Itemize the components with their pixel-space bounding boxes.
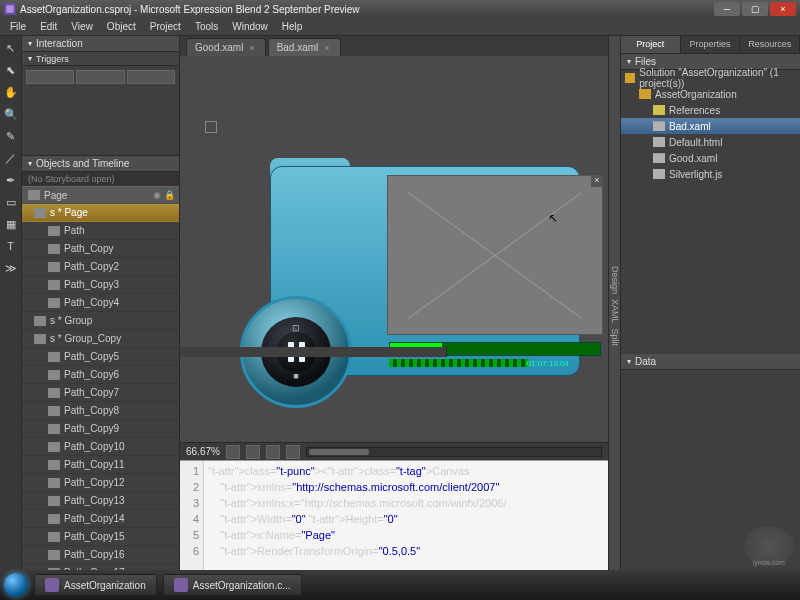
menu-file[interactable]: File (4, 19, 32, 34)
project-row[interactable]: Default.html (621, 134, 800, 150)
node-icon (34, 208, 46, 218)
pen-tool-icon[interactable]: ✒ (3, 172, 19, 188)
node-icon (48, 532, 60, 542)
stop-button[interactable]: ■ (293, 371, 298, 381)
tree-row[interactable]: Path_Copy (22, 240, 179, 258)
snap-toggle-icon[interactable] (246, 445, 260, 459)
tree-row[interactable]: Path_Copy8 (22, 402, 179, 420)
html-icon (653, 137, 665, 147)
node-icon (48, 406, 60, 416)
horizontal-scrollbar[interactable] (306, 447, 602, 457)
code-content[interactable]: "t-attr">class="t-punc"><"t-attr">class=… (204, 461, 510, 570)
taskbar: AssetOrganization AssetOrganization.c... (0, 570, 800, 600)
layout-tool-icon[interactable]: ▦ (3, 216, 19, 232)
text-tool-icon[interactable]: T (3, 238, 19, 254)
trigger-segment-3[interactable] (127, 70, 175, 84)
menu-help[interactable]: Help (276, 19, 309, 34)
node-icon (48, 460, 60, 470)
menu-edit[interactable]: Edit (34, 19, 63, 34)
menu-window[interactable]: Window (226, 19, 274, 34)
xaml-icon (653, 153, 665, 163)
tree-row[interactable]: Path_Copy11 (22, 456, 179, 474)
taskbar-item[interactable]: AssetOrganization.c... (163, 574, 302, 596)
data-header[interactable]: Data (621, 354, 800, 370)
start-button[interactable] (4, 573, 28, 597)
tree-row[interactable]: s * Page (22, 204, 179, 222)
taskbar-item[interactable]: AssetOrganization (34, 574, 157, 596)
minimize-button[interactable]: ─ (714, 2, 740, 16)
project-row[interactable]: Bad.xaml (621, 118, 800, 134)
tree-row[interactable]: s * Group_Copy (22, 330, 179, 348)
view-mode-strip[interactable]: Design XAML Split (608, 36, 620, 570)
tree-row[interactable]: Path_Copy12 (22, 474, 179, 492)
tree-row[interactable]: s * Group (22, 312, 179, 330)
xaml-mode-tab[interactable]: XAML (610, 299, 620, 324)
effects-toggle-icon[interactable] (286, 445, 300, 459)
snap-lines-icon[interactable] (266, 445, 280, 459)
project-row[interactable]: References (621, 102, 800, 118)
tree-row[interactable]: Path_Copy10 (22, 438, 179, 456)
project-row[interactable]: Silverlight.js (621, 166, 800, 182)
grid-toggle-icon[interactable] (226, 445, 240, 459)
tree-row[interactable]: Path_Copy4 (22, 294, 179, 312)
tree-row[interactable]: Path_Copy7 (22, 384, 179, 402)
tree-row[interactable]: Path_Copy5 (22, 348, 179, 366)
tree-row[interactable]: Path_Copy6 (22, 366, 179, 384)
node-icon (48, 370, 60, 380)
node-icon (48, 352, 60, 362)
tab-good-xaml[interactable]: Good.xaml× (186, 38, 266, 56)
window-titlebar: AssetOrganization.csproj - Microsoft Exp… (0, 0, 800, 18)
design-mode-tab[interactable]: Design (610, 266, 620, 294)
taskbar-label: AssetOrganization.c... (193, 580, 291, 591)
close-icon[interactable]: × (324, 43, 329, 53)
zoom-level[interactable]: 66.67% (186, 446, 220, 457)
design-surface[interactable]: × ↖ 01:07:10.04 ⊡ ■ ◀◀ ▶▶ (180, 56, 608, 442)
xaml-editor[interactable]: 123456 "t-attr">class="t-punc"><"t-attr"… (180, 460, 608, 570)
close-button[interactable]: × (770, 2, 796, 16)
tab-resources[interactable]: Resources (740, 36, 800, 53)
tab-properties[interactable]: Properties (681, 36, 741, 53)
interaction-header[interactable]: Interaction (22, 36, 179, 52)
tree-row[interactable]: Path (22, 222, 179, 240)
pan-tool-icon[interactable]: ✋ (3, 84, 19, 100)
tree-row[interactable]: Path_Copy3 (22, 276, 179, 294)
objects-header[interactable]: Objects and Timeline (22, 156, 179, 172)
visibility-toggle-icon[interactable]: ◉ 🔒 (153, 190, 175, 200)
trigger-segment-2[interactable] (76, 70, 124, 84)
rectangle-tool-icon[interactable]: ▭ (3, 194, 19, 210)
eyedropper-tool-icon[interactable]: ✎ (3, 128, 19, 144)
tree-row[interactable]: Path_Copy15 (22, 528, 179, 546)
menu-view[interactable]: View (65, 19, 99, 34)
volume-bar[interactable] (389, 359, 529, 367)
tree-row[interactable]: Path_Copy2 (22, 258, 179, 276)
node-label: Path_Copy (64, 243, 113, 254)
menu-project[interactable]: Project (144, 19, 187, 34)
forward-button[interactable]: ▶▶ (180, 347, 325, 357)
close-icon[interactable]: × (249, 43, 254, 53)
menu-tools[interactable]: Tools (189, 19, 224, 34)
selection-tool-icon[interactable]: ↖ (3, 40, 19, 56)
trigger-segment-1[interactable] (26, 70, 74, 84)
project-row[interactable]: Solution "AssetOrganization" (1 project(… (621, 70, 800, 86)
tree-row[interactable]: Path_Copy16 (22, 546, 179, 564)
split-mode-tab[interactable]: Split (610, 329, 620, 347)
tree-row[interactable]: Path_Copy14 (22, 510, 179, 528)
tree-row[interactable]: Path_Copy9 (22, 420, 179, 438)
page-root-row[interactable]: Page ◉ 🔒 (22, 186, 179, 204)
project-row[interactable]: Good.xaml (621, 150, 800, 166)
zoom-tool-icon[interactable]: 🔍 (3, 106, 19, 122)
tab-bad-xaml[interactable]: Bad.xaml× (268, 38, 341, 56)
tree-row[interactable]: Path_Copy13 (22, 492, 179, 510)
node-label: Path_Copy9 (64, 423, 119, 434)
tab-project[interactable]: Project (621, 36, 681, 53)
file-label: Solution "AssetOrganization" (1 project(… (639, 67, 800, 89)
maximize-button[interactable]: ▢ (742, 2, 768, 16)
direct-select-tool-icon[interactable]: ⬉ (3, 62, 19, 78)
asset-tool-icon[interactable]: ≫ (3, 260, 19, 276)
brush-tool-icon[interactable]: ／ (3, 150, 19, 166)
file-label: Default.html (669, 137, 722, 148)
video-close-button[interactable]: × (591, 175, 603, 187)
menu-object[interactable]: Object (101, 19, 142, 34)
menu-button[interactable]: ⊡ (292, 323, 300, 333)
triggers-header[interactable]: Triggers (22, 52, 179, 66)
